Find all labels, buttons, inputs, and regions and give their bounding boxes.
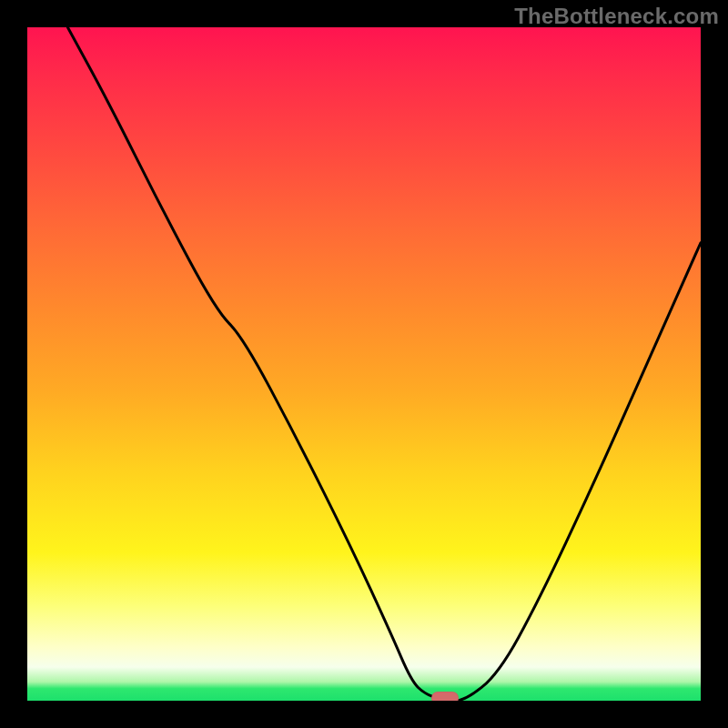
watermark-text: TheBottleneck.com <box>514 4 719 29</box>
bottleneck-curve <box>27 27 701 701</box>
plot-area <box>27 27 701 701</box>
optimal-marker <box>431 692 459 701</box>
chart-frame: TheBottleneck.com <box>0 0 728 728</box>
curve-path <box>67 27 701 701</box>
